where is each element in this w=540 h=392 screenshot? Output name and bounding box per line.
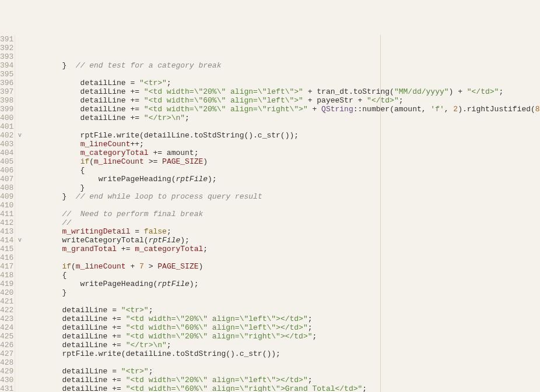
line-number[interactable]: 401 <box>0 122 13 131</box>
code-line[interactable]: if(m_lineCount >= PAGE_SIZE) <box>26 157 540 166</box>
code-line[interactable]: } // end test for a category break <box>26 61 540 70</box>
code-line[interactable]: { <box>26 271 540 280</box>
code-line[interactable] <box>26 358 540 367</box>
code-line[interactable]: detailLine += "<td width=\"20%\" align=\… <box>26 315 540 323</box>
line-number[interactable]: 407 <box>0 175 13 183</box>
fold-toggle-icon[interactable]: v <box>16 131 23 140</box>
line-number[interactable]: 413 <box>0 227 13 236</box>
line-number[interactable]: 394 <box>0 61 13 70</box>
code-line[interactable]: rptFile.write(detailLine.toStdString().c… <box>26 131 540 140</box>
line-number[interactable]: 411 <box>0 210 13 218</box>
line-number[interactable]: 428 <box>0 358 13 367</box>
code-area[interactable]: } // end test for a category break detai… <box>24 35 540 392</box>
line-number[interactable]: 420 <box>0 288 13 297</box>
line-number[interactable]: 416 <box>0 253 13 262</box>
code-line[interactable]: } // end while loop to process query res… <box>26 192 540 201</box>
fold-column[interactable]: vv <box>15 35 24 392</box>
line-number[interactable]: 414 <box>0 236 13 245</box>
line-number[interactable]: 405 <box>0 157 13 166</box>
line-number[interactable]: 426 <box>0 341 13 349</box>
line-number[interactable]: 431 <box>0 384 13 392</box>
code-line[interactable] <box>26 201 540 210</box>
code-line[interactable] <box>26 253 540 262</box>
line-number[interactable]: 410 <box>0 201 13 210</box>
code-line[interactable]: m_grandTotal += m_categoryTotal; <box>26 245 540 253</box>
line-number[interactable]: 408 <box>0 183 13 192</box>
line-number[interactable]: 425 <box>0 332 13 341</box>
code-line[interactable]: // <box>26 218 540 227</box>
code-line[interactable] <box>26 122 540 131</box>
line-number[interactable]: 398 <box>0 96 13 105</box>
line-number[interactable]: 392 <box>0 44 13 52</box>
code-line[interactable]: detailLine += "<td width=\"20%\" align=\… <box>26 332 540 341</box>
line-number[interactable]: 417 <box>0 262 13 271</box>
code-line[interactable]: { <box>26 166 540 175</box>
code-line[interactable]: detailLine += "<td width=\"60%\" align=\… <box>26 384 540 392</box>
line-number[interactable]: 424 <box>0 323 13 332</box>
code-line[interactable]: detailLine += "<td width=\"20%\" align=\… <box>26 105 540 114</box>
code-line[interactable]: writeCategoryTotal(rptFile); <box>26 236 540 245</box>
code-line[interactable]: writePageHeading(rptFile); <box>26 280 540 288</box>
code-line[interactable]: detailLine += "<td width=\"60%\" align=\… <box>26 323 540 332</box>
code-line[interactable]: detailLine += "<td width=\"20%\" align=\… <box>26 376 540 384</box>
code-line[interactable]: detailLine = "<tr>"; <box>26 367 540 376</box>
line-number[interactable]: 399 <box>0 105 13 114</box>
line-number[interactable]: 406 <box>0 166 13 175</box>
code-line[interactable] <box>26 70 540 79</box>
line-number[interactable]: 412 <box>0 218 13 227</box>
line-number[interactable]: 397 <box>0 87 13 96</box>
line-number[interactable]: 430 <box>0 376 13 384</box>
code-line[interactable]: m_categoryTotal += amount; <box>26 149 540 157</box>
line-number-gutter[interactable]: 3913923933943953963973983994004014024034… <box>0 35 15 392</box>
line-number[interactable]: 393 <box>0 52 13 61</box>
line-number[interactable]: 421 <box>0 297 13 306</box>
fold-toggle-icon[interactable]: v <box>16 236 23 245</box>
line-number[interactable]: 403 <box>0 140 13 149</box>
code-line[interactable]: writePageHeading(rptFile); <box>26 175 540 183</box>
code-line[interactable]: detailLine = "<tr>"; <box>26 306 540 315</box>
line-number[interactable]: 427 <box>0 349 13 358</box>
line-number[interactable]: 409 <box>0 192 13 201</box>
code-line[interactable]: } <box>26 288 540 297</box>
code-line[interactable]: detailLine += "<td width=\"60%\" align=\… <box>26 96 540 105</box>
line-number[interactable]: 402 <box>0 131 13 140</box>
code-editor: 3913923933943953963973983994004014024034… <box>0 35 540 392</box>
line-number[interactable]: 429 <box>0 367 13 376</box>
code-line[interactable]: m_lineCount++; <box>26 140 540 149</box>
line-number[interactable]: 423 <box>0 315 13 323</box>
code-line[interactable]: m_writingDetail = false; <box>26 227 540 236</box>
line-number[interactable]: 396 <box>0 79 13 87</box>
code-line[interactable]: detailLine += "</tr>\n"; <box>26 114 540 122</box>
code-line[interactable]: detailLine += "<td width=\"20%\" align=\… <box>26 87 540 96</box>
line-number[interactable]: 391 <box>0 35 13 44</box>
code-line[interactable]: } <box>26 183 540 192</box>
code-line[interactable]: detailLine += "</tr>\n"; <box>26 341 540 349</box>
line-number[interactable]: 415 <box>0 245 13 253</box>
line-number[interactable]: 395 <box>0 70 13 79</box>
line-number[interactable]: 419 <box>0 280 13 288</box>
code-line[interactable] <box>26 297 540 306</box>
line-number[interactable]: 422 <box>0 306 13 315</box>
line-number[interactable]: 418 <box>0 271 13 280</box>
code-line[interactable]: rptFile.write(detailLine.toStdString().c… <box>26 349 540 358</box>
code-line[interactable]: detailLine = "<tr>"; <box>26 79 540 87</box>
code-line[interactable]: // Need to perform final break <box>26 210 540 218</box>
code-line[interactable]: if(m_lineCount + 7 > PAGE_SIZE) <box>26 262 540 271</box>
line-number[interactable]: 404 <box>0 149 13 157</box>
line-number[interactable]: 400 <box>0 114 13 122</box>
